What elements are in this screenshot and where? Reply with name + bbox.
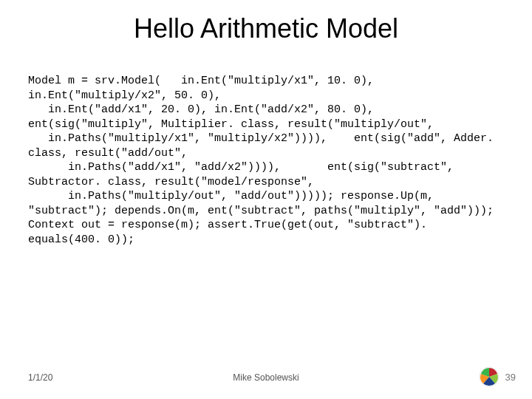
code-block: Model m = srv.Model( in.Ent("multiply/x1… — [28, 74, 504, 247]
slide: Hello Arithmetic Model Model m = srv.Mod… — [0, 0, 532, 399]
footer-author: Mike Sobolewski — [0, 372, 532, 383]
page-title: Hello Arithmetic Model — [0, 13, 532, 44]
logo-icon — [479, 366, 499, 387]
page-number: 39 — [505, 372, 516, 383]
